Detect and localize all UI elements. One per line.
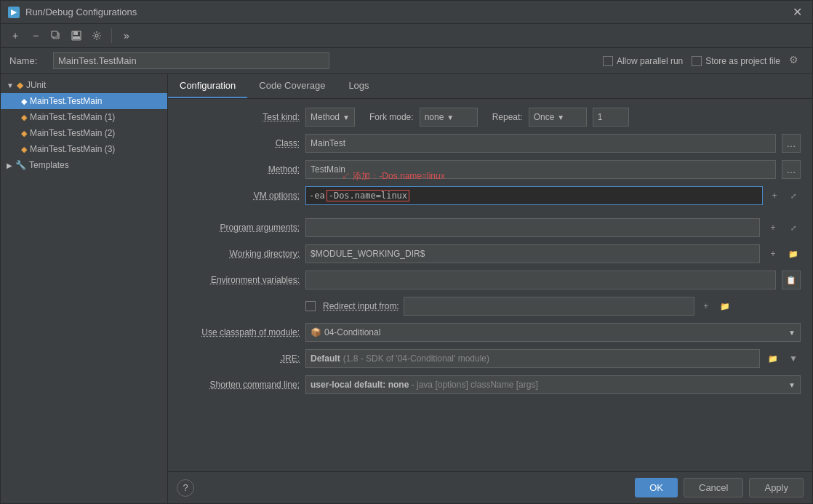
args-expand-btn[interactable]: +: [766, 220, 780, 235]
redirect-checkbox[interactable]: [305, 301, 316, 311]
junit-group[interactable]: ▼ ◆ JUnit: [1, 77, 167, 93]
env-vars-label: Environment variables:: [180, 275, 300, 285]
templates-item[interactable]: ▶ 🔧 Templates: [1, 157, 167, 173]
vm-options-row: VM options: -ea -Dos.name=linux | ↙ 添加：-…: [180, 186, 801, 205]
repeat-dropdown[interactable]: Once ▼: [529, 108, 587, 127]
bottom-bar: ? OK Cancel Apply: [168, 471, 812, 503]
tabs: Configuration Code Coverage Logs: [168, 74, 812, 99]
program-args-label: Program arguments:: [180, 223, 300, 233]
tab-logs[interactable]: Logs: [337, 74, 380, 98]
env-vars-row: Environment variables: 📋: [180, 271, 801, 289]
close-button[interactable]: ✕: [790, 5, 805, 19]
shorten-cmdline-row: Shorten command line: user-local default…: [180, 375, 801, 394]
vm-options-label: VM options:: [180, 191, 300, 201]
classpath-arrow: ▼: [788, 329, 796, 337]
redirect-checkbox-row: Redirect input from: + 📁: [305, 297, 732, 316]
vm-expand-btn[interactable]: +: [767, 188, 782, 203]
expand-arrow: ▼: [7, 81, 14, 89]
method-browse-btn[interactable]: …: [782, 160, 801, 179]
env-vars-edit-btn[interactable]: 📋: [782, 271, 801, 289]
settings-button[interactable]: [88, 27, 105, 44]
program-args-input[interactable]: [305, 218, 760, 237]
classpath-dropdown[interactable]: 📦 04-Conditional ▼: [305, 323, 801, 342]
working-dir-expand-btn[interactable]: +: [766, 247, 780, 261]
name-label: Name:: [9, 55, 46, 66]
env-vars-input[interactable]: [305, 271, 776, 289]
parallel-run-box[interactable]: [603, 56, 613, 66]
junit-icon: ◆: [17, 80, 23, 90]
save-button[interactable]: [68, 27, 85, 44]
templates-icon: 🔧: [15, 160, 26, 170]
junit-item-icon-2: ◆: [21, 113, 27, 122]
method-row: Method: …: [180, 160, 801, 179]
junit-item-icon-3: ◆: [21, 129, 27, 138]
redirect-input-row: Redirect input from: + 📁: [180, 297, 801, 316]
name-row: Name: Allow parallel run Store as projec…: [1, 48, 812, 74]
fork-mode-label: Fork mode:: [369, 112, 414, 122]
store-project-box[interactable]: [692, 56, 702, 66]
copy-button[interactable]: [47, 27, 65, 44]
store-as-project-file-checkbox[interactable]: Store as project file: [692, 56, 780, 66]
shorten-detail: - java [options] className [args]: [412, 380, 538, 390]
sidebar-item-maintestmain-1[interactable]: ◆ MainTest.TestMain (1): [1, 109, 167, 125]
right-panel: Configuration Code Coverage Logs Test ki…: [168, 74, 812, 503]
redirect-label: Redirect input from:: [323, 301, 399, 311]
cancel-button[interactable]: Cancel: [684, 478, 743, 497]
class-browse-btn[interactable]: …: [782, 134, 801, 153]
templates-label: Templates: [29, 160, 69, 170]
sidebar: ▼ ◆ JUnit ◆ MainTest.TestMain ◆ MainTest…: [1, 74, 168, 503]
sidebar-item-maintestmain[interactable]: ◆ MainTest.TestMain: [1, 93, 167, 109]
run-debug-configurations-dialog: ▶ Run/Debug Configurations ✕ + −: [0, 0, 813, 504]
svg-rect-4: [73, 36, 80, 39]
vm-fullscreen-btn[interactable]: ⤢: [786, 188, 801, 203]
toolbar: + − »: [1, 24, 812, 48]
sidebar-item-maintestmain-3[interactable]: ◆ MainTest.TestMain (3): [1, 141, 167, 157]
jre-row: JRE: Default (1.8 - SDK of '04-Condition…: [180, 349, 801, 368]
add-button[interactable]: +: [7, 27, 24, 44]
shorten-arrow: ▼: [788, 381, 796, 389]
redirect-input[interactable]: [404, 297, 694, 316]
more-button[interactable]: »: [118, 27, 135, 44]
tab-code-coverage[interactable]: Code Coverage: [247, 74, 337, 98]
ok-button[interactable]: OK: [635, 478, 678, 497]
apply-button[interactable]: Apply: [749, 478, 804, 497]
vm-options-input[interactable]: -ea -Dos.name=linux |: [305, 186, 763, 205]
fork-mode-dropdown[interactable]: none ▼: [420, 108, 478, 127]
jre-detail: (1.8 - SDK of '04-Conditional' module): [343, 353, 489, 364]
jre-dropdown-btn[interactable]: ▼: [786, 351, 801, 366]
module-icon: 📦: [311, 327, 321, 337]
project-file-gear[interactable]: ⚙: [789, 54, 804, 68]
jre-value: Default: [311, 353, 340, 364]
tab-configuration[interactable]: Configuration: [168, 74, 247, 98]
help-button[interactable]: ?: [177, 479, 194, 497]
remove-button[interactable]: −: [27, 27, 44, 44]
vm-highlighted: -Dos.name=linux: [327, 190, 409, 201]
vm-hint-text: 添加：-Dos.name=linux: [353, 171, 444, 181]
class-input[interactable]: [305, 134, 776, 153]
test-kind-dropdown[interactable]: Method ▼: [305, 108, 355, 127]
repeat-count-input[interactable]: [593, 108, 629, 127]
allow-parallel-run-checkbox[interactable]: Allow parallel run: [603, 56, 683, 66]
main-content: ▼ ◆ JUnit ◆ MainTest.TestMain ◆ MainTest…: [1, 74, 812, 503]
redirect-expand-btn[interactable]: +: [699, 299, 713, 313]
name-input[interactable]: [53, 52, 329, 69]
shorten-dropdown[interactable]: user-local default: none - java [options…: [305, 375, 801, 394]
classpath-label: Use classpath of module:: [180, 327, 300, 337]
svg-rect-3: [73, 31, 78, 35]
program-args-row: Program arguments: + ⤢: [180, 218, 801, 237]
args-fullscreen-btn[interactable]: ⤢: [786, 220, 801, 235]
method-label: Method:: [180, 164, 300, 175]
jre-folder-btn[interactable]: 📁: [766, 351, 780, 366]
sidebar-item-label-2: MainTest.TestMain (1): [30, 112, 115, 122]
sidebar-item-maintestmain-2[interactable]: ◆ MainTest.TestMain (2): [1, 125, 167, 141]
redirect-folder-btn[interactable]: 📁: [718, 299, 732, 313]
form-area: Test kind: Method ▼ Fork mode: none ▼ Re…: [168, 99, 812, 471]
working-dir-label: Working directory:: [180, 249, 300, 259]
working-dir-input[interactable]: [305, 244, 760, 263]
templates-arrow: ▶: [7, 161, 12, 169]
svg-point-5: [95, 34, 98, 37]
title-bar: ▶ Run/Debug Configurations ✕: [1, 1, 812, 24]
repeat-label: Repeat:: [492, 112, 523, 122]
jre-label: JRE:: [180, 353, 300, 364]
working-dir-folder-btn[interactable]: 📁: [786, 247, 801, 261]
